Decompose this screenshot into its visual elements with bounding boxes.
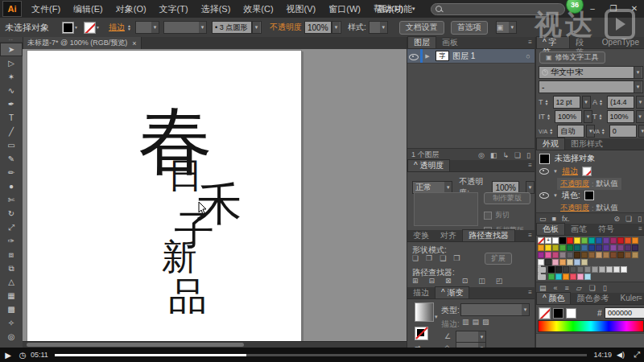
swatch[interactable] [606,266,613,273]
play-button[interactable]: ▶ [0,351,16,360]
swatch[interactable] [538,252,544,258]
tab-pathfinder[interactable]: 路径查找器 [462,229,515,241]
panel-menu-icon[interactable]: ≡ [528,162,532,169]
swatch[interactable] [538,245,544,251]
swatch[interactable] [625,237,631,244]
layer-name[interactable]: 图层 1 [452,51,522,62]
blend-tool[interactable]: ◎ [0,330,23,343]
stroke-weight-link[interactable]: 描边 [109,22,125,33]
opacity-link[interactable]: 不透明度 [560,179,589,189]
swatch[interactable] [559,237,566,244]
swatch[interactable] [555,266,562,273]
new-stroke-icon[interactable]: ▭ [539,215,547,223]
swatch[interactable] [588,252,595,258]
swatch[interactable] [563,274,569,280]
menu-item[interactable]: 编辑(E) [67,0,109,18]
font-family-arrow[interactable]: ▾ [634,66,643,79]
gradient-within-stroke-icon[interactable]: ▥ [462,318,469,326]
shape-builder-tool[interactable]: ⧉ [0,261,23,275]
font-family-select[interactable]: 华文中宋 [539,66,638,79]
tab-brushes[interactable]: 画笔 [565,224,592,235]
swatch[interactable] [559,259,566,265]
swatch[interactable] [574,252,580,258]
target-icon[interactable]: ○ [522,52,535,60]
tab-layers[interactable]: 图层 [407,36,436,48]
kerning-stepper[interactable]: ▲▼ [549,128,555,134]
tracking-stepper[interactable]: ▲▼ [601,128,608,134]
perspective-grid-tool[interactable]: △ [0,275,23,289]
swatch[interactable] [625,252,631,258]
swatch[interactable] [577,274,584,280]
stroke-link[interactable]: 描边 [562,166,578,177]
gradient-type-select[interactable]: ▾ [460,303,530,316]
leading-stepper[interactable]: ▲▼ [599,99,605,105]
appearance-row-stroke[interactable]: ▼ 描边 [539,166,592,177]
swatch[interactable] [577,266,584,273]
lasso-tool[interactable]: ∿ [0,84,23,97]
tab-symbols[interactable]: 符号 [592,224,620,235]
new-fill-icon[interactable]: ■ [552,215,556,223]
swatch[interactable] [567,237,573,244]
tab-color-guide[interactable]: 颜色参考 [571,293,614,304]
tab-align[interactable]: 对齐 [435,230,462,241]
opacity-arrow[interactable]: ▾ [332,21,341,34]
panel-menu-icon[interactable]: ≡ [528,289,532,296]
menu-item[interactable]: 视图(V) [280,0,323,18]
swatch[interactable] [610,245,617,251]
minus-back-icon[interactable]: ◰ [496,277,503,285]
touch-type-button[interactable]: ▣ 修饰文字工具 [539,51,605,64]
gradient-stop-swatch[interactable] [415,327,428,340]
artboard[interactable] [27,50,302,341]
swatch[interactable] [581,245,588,251]
swatch-options-icon[interactable]: ≡ [565,284,569,292]
variable-width-select[interactable]: ▾ [163,21,207,34]
swatch[interactable] [538,237,544,244]
font-style-arrow[interactable]: ▾ [634,80,643,93]
fill-swatch-arrow[interactable]: ▼ [74,26,80,29]
swatch[interactable] [574,245,580,251]
preferences-button[interactable]: 首选项 [451,21,488,35]
make-clip-mask-icon[interactable]: ◧ [490,151,497,159]
leading-field[interactable]: (14.4 [607,96,634,109]
fill-label[interactable]: 填色: [562,190,580,201]
leading-arrow[interactable]: ▾ [636,96,644,109]
panel-menu-icon[interactable]: ≡ [638,294,642,302]
scrollbar-thumb[interactable] [27,343,244,347]
tab-transparency[interactable]: ^ 透明度 [407,159,450,171]
divide-icon[interactable]: ⊞ [412,277,419,285]
menu-item[interactable]: 效果(C) [237,0,279,18]
swatch[interactable] [545,252,551,258]
color-spectrum[interactable] [538,320,644,332]
toolbar-grip[interactable]: ▪▪ [0,37,23,43]
tab-color[interactable]: ^ 颜色 [536,292,571,304]
swatch[interactable] [545,259,551,265]
hscale-stepper[interactable]: ▲▼ [599,113,605,120]
trim-icon[interactable]: ⊟ [429,277,436,285]
menu-item[interactable]: 对象(O) [109,0,153,18]
gradient-preset-arrow[interactable]: ▾ [435,314,438,320]
swatch[interactable] [617,237,624,244]
swatch[interactable] [632,237,638,244]
gradient-tool[interactable]: ▩ [0,302,23,316]
color-group-folder-icon[interactable] [538,274,546,280]
swatch[interactable] [581,259,588,265]
duplicate-item-icon[interactable]: ❏ [625,215,632,223]
expand-button[interactable]: 扩展 [485,253,512,265]
appearance-row-fill[interactable]: ▼ 填色: [539,190,594,201]
hex-field[interactable]: 000000 [605,307,644,319]
mesh-tool[interactable]: ▦ [0,289,23,302]
swatch[interactable] [574,259,580,265]
swatch[interactable] [592,266,598,273]
stroke-swatch[interactable] [84,22,96,34]
close-tab-icon[interactable]: × [132,39,136,47]
swatch[interactable] [584,266,591,273]
exclude-icon[interactable]: ❒ [453,254,460,262]
pen-tool[interactable]: ✒ [0,97,23,111]
eyedropper-tool[interactable]: ✧ [0,316,23,330]
swatch[interactable] [538,259,544,265]
menu-item[interactable]: 文件(F) [25,0,67,18]
delete-item-icon[interactable]: ▯ [638,215,642,223]
swatch[interactable] [596,245,602,251]
menu-item[interactable]: 文字(T) [153,0,195,18]
swatch[interactable] [603,252,609,258]
